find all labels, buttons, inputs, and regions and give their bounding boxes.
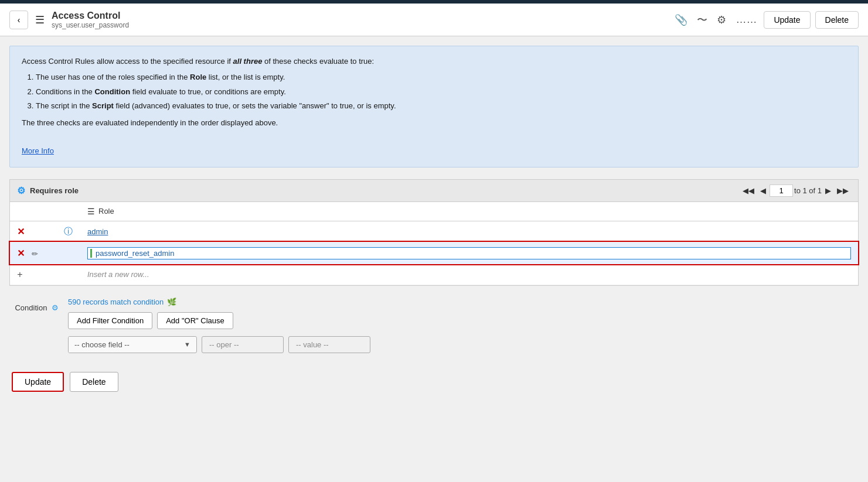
- back-button[interactable]: ‹: [9, 11, 28, 29]
- dropdown-arrow-icon[interactable]: ▼: [178, 337, 196, 351]
- condition-row: -- choose field -- ▼ -- oper -- -- value…: [68, 336, 856, 353]
- condition-label: Condition ⚙: [12, 298, 59, 312]
- delete-row-1-icon[interactable]: ✕: [17, 227, 25, 237]
- more-info-link[interactable]: More Info: [22, 146, 54, 155]
- condition-match-icon: 🌿: [167, 298, 176, 306]
- menu-icon[interactable]: ☰: [35, 13, 45, 26]
- table-row: ✕ ⓘ admin: [10, 221, 858, 242]
- row-info-1: ⓘ: [57, 221, 80, 242]
- row-role-2: [80, 242, 858, 264]
- prev-page-button[interactable]: ◀: [758, 185, 768, 196]
- info-box: Access Control Rules allow access to the…: [9, 46, 859, 167]
- top-update-button[interactable]: Update: [764, 11, 810, 29]
- settings-sliders-icon[interactable]: ⚙: [714, 11, 729, 29]
- bottom-update-button[interactable]: Update: [12, 372, 64, 392]
- condition-section: Condition ⚙ 590 records match condition …: [9, 298, 859, 353]
- table-header-row: ☰ Role: [10, 202, 858, 221]
- condition-buttons: Add Filter Condition Add "OR" Clause: [68, 312, 856, 329]
- info-item-2: Conditions in the Condition field evalua…: [36, 86, 846, 98]
- attachment-icon[interactable]: 📎: [672, 11, 690, 29]
- page-subtitle: sys_user.user_password: [52, 21, 129, 29]
- insert-row: + Insert a new row...: [10, 264, 858, 285]
- requires-role-panel: ⚙ Requires role ◀◀ ◀ to 1 of 1 ▶ ▶▶: [9, 179, 859, 286]
- gear-icon[interactable]: ⚙: [17, 185, 25, 196]
- info-item-1: The user has one of the roles specified …: [36, 71, 846, 84]
- col-icon: [57, 202, 80, 221]
- section-header: ⚙ Requires role ◀◀ ◀ to 1 of 1 ▶ ▶▶: [10, 180, 858, 202]
- first-page-button[interactable]: ◀◀: [740, 185, 757, 196]
- more-options-icon[interactable]: ……: [733, 11, 759, 28]
- info-list: The user has one of the roles specified …: [36, 71, 846, 112]
- role-text-input[interactable]: [90, 249, 848, 258]
- activity-icon[interactable]: 〜: [695, 11, 710, 29]
- table-row: ✕ ✏: [10, 242, 858, 264]
- delete-row-2-icon[interactable]: ✕: [17, 248, 25, 258]
- role-input-wrapper: [87, 247, 851, 259]
- last-page-button[interactable]: ▶▶: [835, 185, 851, 196]
- col-role: ☰ Role: [80, 202, 858, 221]
- condition-gear-icon[interactable]: ⚙: [52, 303, 59, 312]
- insert-plus-cell: +: [10, 264, 57, 285]
- condition-body: 590 records match condition 🌿 Add Filter…: [68, 298, 856, 353]
- top-delete-button[interactable]: Delete: [815, 11, 859, 29]
- info-icon-1[interactable]: ⓘ: [64, 226, 73, 236]
- info-intro: Access Control Rules allow access to the…: [22, 56, 846, 68]
- bottom-buttons: Update Delete: [9, 367, 859, 396]
- page-title: Access Control: [52, 11, 129, 21]
- field-select-dropdown[interactable]: -- choose field --: [69, 337, 178, 353]
- role-link-1[interactable]: admin: [87, 227, 108, 236]
- role-table: ☰ Role ✕ ⓘ admin: [10, 202, 858, 285]
- add-row-icon[interactable]: +: [17, 269, 22, 279]
- oper-field: -- oper --: [202, 336, 284, 353]
- row-info-2: [57, 242, 80, 264]
- row-actions-2: ✕ ✏: [10, 242, 57, 264]
- row-role-1: admin: [80, 221, 858, 242]
- top-bar: ‹ ☰ Access Control sys_user.user_passwor…: [0, 4, 868, 36]
- hamburger-icon: ☰: [87, 207, 95, 216]
- insert-icon-cell: [57, 264, 80, 285]
- info-item-3: The script in the Script field (advanced…: [36, 100, 846, 112]
- condition-match: 590 records match condition 🌿: [68, 298, 856, 306]
- page-number-input[interactable]: [770, 184, 793, 197]
- next-page-button[interactable]: ▶: [823, 185, 833, 196]
- edit-row-2-icon[interactable]: ✏: [32, 249, 38, 258]
- row-actions-1: ✕: [10, 221, 57, 242]
- add-filter-condition-button[interactable]: Add Filter Condition: [68, 312, 152, 329]
- info-note: The three checks are evaluated independe…: [22, 117, 846, 129]
- add-or-clause-button[interactable]: Add "OR" Clause: [157, 312, 233, 329]
- main-content: Access Control Rules allow access to the…: [0, 36, 868, 406]
- insert-text-cell[interactable]: Insert a new row...: [80, 264, 858, 285]
- value-field: -- value --: [288, 336, 370, 353]
- section-title: Requires role: [30, 186, 79, 195]
- col-actions: [10, 202, 57, 221]
- field-select-wrapper: -- choose field -- ▼: [68, 336, 197, 353]
- pagination-total: to 1 of 1: [794, 186, 822, 195]
- bottom-delete-button[interactable]: Delete: [70, 372, 118, 392]
